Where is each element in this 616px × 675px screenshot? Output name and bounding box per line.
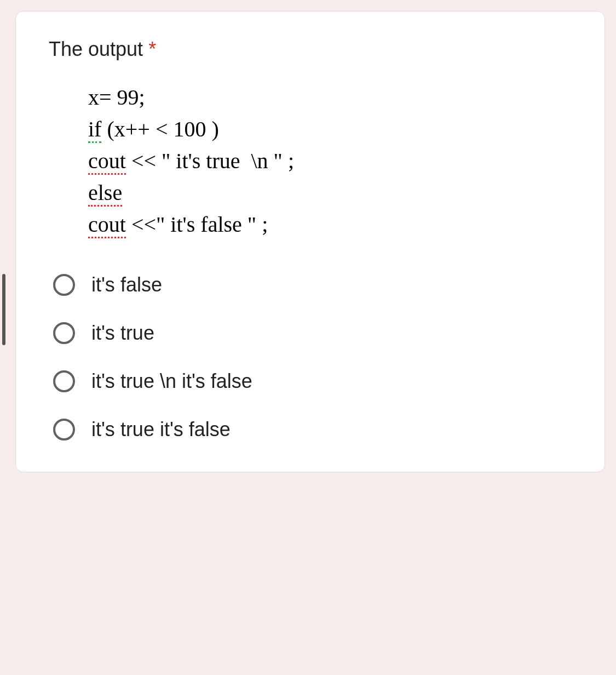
option-1[interactable]: it's true <box>53 322 572 345</box>
radio-icon <box>53 322 75 344</box>
code-line-4: else <box>88 177 572 209</box>
code-block: x= 99; if (x++ < 100 ) cout << " it's tr… <box>49 82 572 241</box>
option-label: it's true it's false <box>91 418 231 441</box>
code-text: <<" it's false " ; <box>126 212 268 237</box>
code-line-1: x= 99; <box>88 82 572 113</box>
option-label: it's true \n it's false <box>91 370 252 393</box>
option-0[interactable]: it's false <box>53 273 572 296</box>
code-line-3: cout << " it's true \n " ; <box>88 145 572 177</box>
option-3[interactable]: it's true it's false <box>53 418 572 441</box>
options-group: it's false it's true it's true \n it's f… <box>49 273 572 441</box>
option-2[interactable]: it's true \n it's false <box>53 370 572 393</box>
radio-icon <box>53 370 75 392</box>
side-indicator <box>2 274 5 345</box>
question-card: The output * x= 99; if (x++ < 100 ) cout… <box>15 11 605 472</box>
code-text: x= 99; <box>88 85 145 110</box>
radio-icon <box>53 419 75 441</box>
code-underline-else: else <box>88 180 122 207</box>
code-text: (x++ < 100 ) <box>101 117 218 141</box>
radio-icon <box>53 274 75 296</box>
option-label: it's true <box>91 322 154 345</box>
code-line-2: if (x++ < 100 ) <box>88 113 572 145</box>
code-underline-if: if <box>88 117 101 143</box>
question-title: The output * <box>49 38 572 61</box>
required-marker: * <box>143 38 156 60</box>
question-title-text: The output <box>49 38 143 60</box>
code-line-5: cout <<" it's false " ; <box>88 209 572 241</box>
code-underline-cout2: cout <box>88 212 126 238</box>
option-label: it's false <box>91 273 162 296</box>
code-underline-cout: cout <box>88 148 126 175</box>
code-text: << " it's true \n " ; <box>126 148 294 173</box>
